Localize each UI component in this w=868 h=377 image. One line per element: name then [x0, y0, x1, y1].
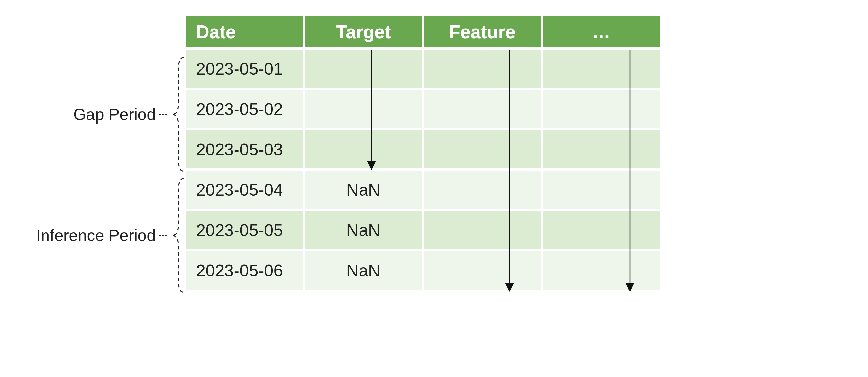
data-table: Date Target Feature … 2023-05-01 2023-05… [184, 14, 662, 292]
brace-icon [170, 177, 184, 294]
cell-more [543, 90, 660, 128]
cell-feature [424, 90, 541, 128]
table-row: 2023-05-05 NaN [186, 211, 660, 249]
cell-target [305, 130, 422, 168]
cell-date: 2023-05-06 [186, 251, 303, 290]
table-row: 2023-05-04 NaN [186, 171, 660, 209]
cell-target: NaN [305, 211, 422, 249]
cell-feature [424, 211, 541, 249]
cell-date: 2023-05-01 [186, 50, 303, 88]
cell-date: 2023-05-02 [186, 90, 303, 128]
cell-feature [424, 130, 541, 168]
gap-period-label: Gap Period [73, 105, 156, 124]
dash-connector [159, 114, 167, 115]
cell-feature [424, 171, 541, 209]
header-more: … [543, 16, 660, 47]
cell-feature [424, 251, 541, 290]
cell-date: 2023-05-04 [186, 171, 303, 209]
table-row: 2023-05-01 [186, 50, 660, 88]
inference-period-label: Inference Period [36, 226, 156, 245]
cell-more [543, 130, 660, 168]
table-row: 2023-05-02 [186, 90, 660, 128]
cell-feature [424, 50, 541, 88]
cell-more [543, 50, 660, 88]
cell-more [543, 211, 660, 249]
cell-target [305, 50, 422, 88]
cell-date: 2023-05-05 [186, 211, 303, 249]
cell-more [543, 171, 660, 209]
header-feature: Feature [424, 16, 541, 47]
table-row: 2023-05-03 [186, 130, 660, 168]
header-target: Target [305, 16, 422, 47]
brace-icon [170, 56, 184, 173]
cell-more [543, 251, 660, 290]
cell-target: NaN [305, 251, 422, 290]
cell-target [305, 90, 422, 128]
header-date: Date [186, 16, 303, 47]
data-table-container: Date Target Feature … 2023-05-01 2023-05… [184, 14, 662, 292]
dash-connector [159, 235, 167, 236]
cell-target: NaN [305, 171, 422, 209]
table-row: 2023-05-06 NaN [186, 251, 660, 290]
cell-date: 2023-05-03 [186, 130, 303, 168]
